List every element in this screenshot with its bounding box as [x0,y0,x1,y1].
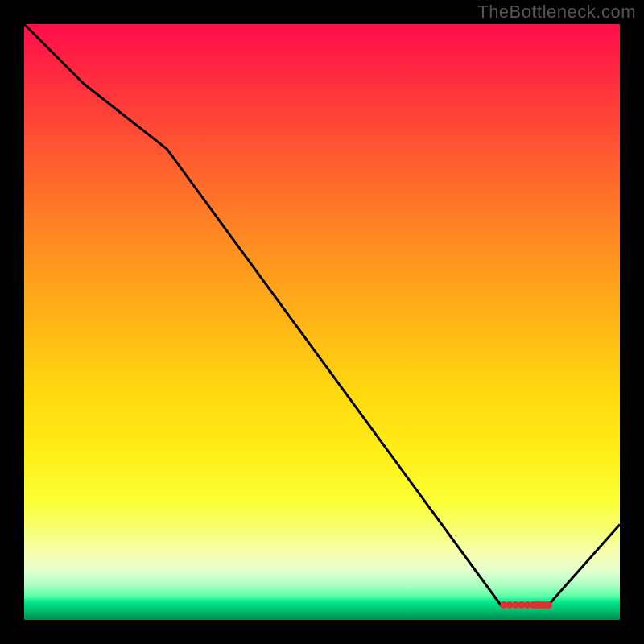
data-line [24,24,620,605]
data-line-group [24,24,620,605]
data-marker [545,601,552,609]
watermark-text: TheBottleneck.com [477,2,636,23]
chart-svg [24,24,620,620]
marker-group [500,601,552,609]
chart-frame: TheBottleneck.com [0,0,644,644]
plot-area [24,24,620,620]
